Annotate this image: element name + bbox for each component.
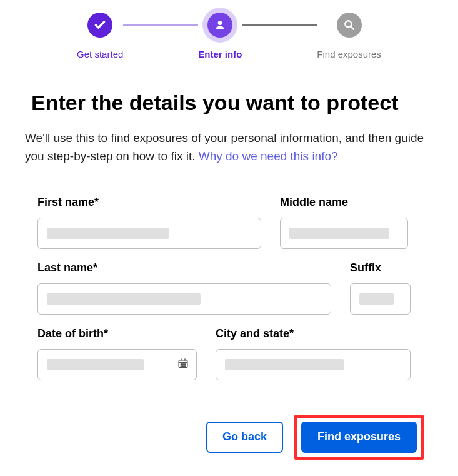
step-label: Find exposures xyxy=(317,49,381,59)
highlight-box: Find exposures xyxy=(294,415,424,460)
suffix-field: Suffix xyxy=(350,261,411,315)
last-name-field: Last name* xyxy=(37,261,331,315)
city-state-field: City and state* xyxy=(216,327,411,380)
middle-name-label: Middle name xyxy=(280,196,408,209)
page-title: Enter the details you want to protect xyxy=(31,91,433,115)
first-name-input[interactable] xyxy=(37,218,261,249)
svg-point-10 xyxy=(181,366,182,367)
step-find-exposures: Find exposures xyxy=(317,13,381,59)
last-name-input[interactable] xyxy=(37,283,331,315)
svg-point-8 xyxy=(182,364,184,365)
svg-line-2 xyxy=(351,26,354,29)
svg-point-0 xyxy=(218,21,222,25)
placeholder-skeleton xyxy=(47,359,144,370)
placeholder-skeleton xyxy=(225,359,344,370)
why-need-info-link[interactable]: Why do we need this info? xyxy=(199,149,338,163)
first-name-label: First name* xyxy=(37,196,261,209)
step-enter-info: Enter info xyxy=(198,13,242,59)
last-name-label: Last name* xyxy=(37,261,331,275)
dob-field: Date of birth* xyxy=(37,327,197,380)
form-actions: Go back Find exposures xyxy=(25,415,433,460)
personal-info-form: First name* Middle name Last name* Suffi… xyxy=(25,196,433,380)
city-state-label: City and state* xyxy=(216,327,411,340)
step-get-started: Get started xyxy=(77,13,123,59)
page-description: We'll use this to find exposures of your… xyxy=(25,129,433,166)
go-back-button[interactable]: Go back xyxy=(206,422,283,453)
dob-input[interactable] xyxy=(37,349,197,380)
middle-name-input[interactable] xyxy=(280,218,408,249)
placeholder-skeleton xyxy=(289,228,389,239)
step-label: Enter info xyxy=(198,49,242,59)
suffix-label: Suffix xyxy=(350,261,411,275)
placeholder-skeleton xyxy=(47,293,201,305)
find-exposures-button[interactable]: Find exposures xyxy=(301,422,417,453)
svg-point-7 xyxy=(181,364,182,365)
svg-point-11 xyxy=(182,366,184,367)
placeholder-skeleton xyxy=(47,228,169,239)
middle-name-field: Middle name xyxy=(280,196,408,249)
dob-label: Date of birth* xyxy=(37,327,197,340)
svg-point-9 xyxy=(184,364,186,365)
connector-line xyxy=(123,24,198,26)
first-name-field: First name* xyxy=(37,196,261,249)
progress-stepper: Get started Enter info Find exposures xyxy=(25,13,433,59)
connector-line xyxy=(242,24,317,26)
city-state-input[interactable] xyxy=(216,349,411,380)
person-icon xyxy=(207,13,232,38)
svg-point-12 xyxy=(184,366,186,367)
search-icon xyxy=(337,13,362,38)
check-icon xyxy=(87,13,112,38)
step-label: Get started xyxy=(77,49,123,59)
calendar-icon[interactable] xyxy=(177,358,189,372)
suffix-input[interactable] xyxy=(350,283,411,315)
placeholder-skeleton xyxy=(359,293,394,305)
